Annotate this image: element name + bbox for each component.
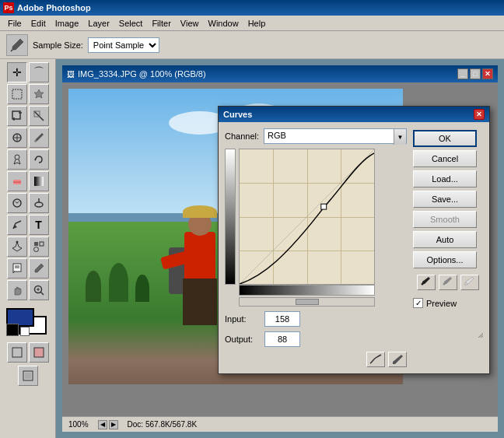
- path-selection-tool[interactable]: [7, 215, 27, 235]
- channel-label: Channel:: [225, 131, 259, 141]
- menu-help[interactable]: Help: [243, 18, 271, 29]
- doc-status-bar: 100% ◀ ▶ Doc: 567.8K/567.8K: [62, 416, 498, 432]
- black-point-eyedropper[interactable]: [417, 275, 436, 290]
- curve-x-gradient: [239, 285, 375, 296]
- options-button[interactable]: Options...: [413, 251, 477, 268]
- doc-content: Curves ✕ Channel: RGB ▼: [62, 82, 498, 416]
- output-value-field[interactable]: [264, 331, 300, 347]
- rectangular-marquee-tool[interactable]: [7, 84, 27, 104]
- resize-handle[interactable]: [413, 327, 483, 338]
- healing-brush-tool[interactable]: [7, 128, 27, 148]
- screen-mode-btn[interactable]: [18, 366, 38, 386]
- gray-point-eyedropper[interactable]: [439, 275, 457, 290]
- zoom-level: 100%: [68, 420, 89, 429]
- status-nav: ◀ ▶: [98, 420, 118, 429]
- eyedropper-tool[interactable]: [29, 258, 49, 279]
- svg-rect-1: [12, 89, 22, 99]
- save-button[interactable]: Save...: [413, 191, 477, 208]
- ok-button[interactable]: OK: [413, 130, 477, 147]
- tool-row-2: [7, 84, 49, 104]
- input-value-field[interactable]: [264, 311, 300, 327]
- curves-right-panel: OK Cancel Load... Save... Smooth Auto Op…: [413, 128, 483, 367]
- svg-rect-35: [321, 204, 327, 209]
- tool-row-4: [7, 128, 49, 148]
- curve-svg: [240, 149, 374, 284]
- move-tool[interactable]: ✛: [7, 62, 27, 82]
- white-point-eyedropper[interactable]: [460, 275, 479, 290]
- pen-tool[interactable]: [7, 237, 27, 257]
- menu-view[interactable]: View: [176, 18, 204, 29]
- quick-mask-row: [7, 342, 49, 363]
- doc-maximize-btn[interactable]: □: [470, 68, 481, 79]
- switch-colors-icon[interactable]: [20, 327, 30, 336]
- curve-canvas-wrap: [225, 149, 407, 285]
- menu-filter[interactable]: Filter: [147, 18, 175, 29]
- cancel-button[interactable]: Cancel: [413, 150, 477, 167]
- slice-tool[interactable]: [29, 106, 49, 126]
- curves-body: Channel: RGB ▼: [219, 122, 489, 373]
- preview-checkbox[interactable]: ✓: [413, 298, 423, 308]
- tool-row-1: ✛ ⌒: [7, 62, 49, 82]
- crop-tool[interactable]: [7, 106, 27, 126]
- next-page-btn[interactable]: ▶: [109, 420, 118, 429]
- auto-button[interactable]: Auto: [413, 231, 477, 248]
- color-swatches[interactable]: [6, 308, 50, 336]
- curves-title: Curves: [223, 110, 252, 119]
- curves-title-bar: Curves ✕: [219, 107, 489, 122]
- svg-line-0: [11, 50, 12, 51]
- eyedropper-tool-icon: [6, 34, 28, 56]
- standard-mode-btn[interactable]: [7, 342, 27, 363]
- blur-tool[interactable]: [7, 193, 27, 213]
- magic-wand-tool[interactable]: [29, 84, 49, 104]
- pencil-curve-btn[interactable]: [388, 352, 407, 367]
- smooth-button[interactable]: Smooth: [413, 211, 477, 228]
- draw-curve-btn[interactable]: [366, 352, 385, 367]
- preview-label: Preview: [426, 299, 457, 308]
- zoom-tool[interactable]: [29, 280, 49, 300]
- curve-canvas[interactable]: [239, 149, 375, 285]
- curve-scroll[interactable]: [239, 297, 375, 307]
- sample-size-label: Sample Size:: [33, 40, 83, 50]
- doc-title: IMG_3334.JPG @ 100% (RGB/8): [78, 69, 206, 79]
- dodge-tool[interactable]: [29, 193, 49, 213]
- svg-point-19: [16, 241, 18, 244]
- eraser-tool[interactable]: [7, 171, 27, 191]
- menu-file[interactable]: File: [3, 18, 26, 29]
- default-colors-icon[interactable]: [6, 324, 19, 336]
- curves-close-btn[interactable]: ✕: [474, 109, 485, 120]
- lasso-tool[interactable]: ⌒: [29, 62, 49, 82]
- input-row: Input:: [225, 311, 407, 327]
- screen-mode-row: [18, 366, 38, 386]
- menu-layer[interactable]: Layer: [83, 18, 114, 29]
- doc-minimize-btn[interactable]: _: [457, 68, 468, 79]
- menu-edit[interactable]: Edit: [26, 18, 51, 29]
- doc-window-controls: _ □ ✕: [457, 68, 493, 79]
- menu-select[interactable]: Select: [114, 18, 148, 29]
- app-title-bar: Ps Adobe Photoshop: [0, 0, 504, 16]
- options-bar: Sample Size: Point Sample: [0, 31, 504, 59]
- curves-left-panel: Channel: RGB ▼: [225, 128, 407, 367]
- doc-title-bar: 🖼 IMG_3334.JPG @ 100% (RGB/8) _ □ ✕: [62, 65, 498, 82]
- hand-tool[interactable]: [7, 280, 27, 300]
- eyedropper-row: [413, 275, 483, 290]
- prev-page-btn[interactable]: ◀: [98, 420, 107, 429]
- menu-image[interactable]: Image: [51, 18, 84, 29]
- type-tool[interactable]: T: [29, 215, 49, 235]
- menu-window[interactable]: Window: [204, 18, 243, 29]
- clone-stamp-tool[interactable]: [7, 149, 27, 170]
- quick-mask-btn[interactable]: [29, 342, 49, 363]
- history-brush-tool[interactable]: [29, 149, 49, 170]
- sample-size-select[interactable]: Point Sample: [88, 37, 159, 53]
- brush-tool[interactable]: [29, 128, 49, 148]
- notes-tool[interactable]: [7, 258, 27, 279]
- doc-close-btn[interactable]: ✕: [482, 68, 493, 79]
- load-button[interactable]: Load...: [413, 170, 477, 187]
- curve-icons: [225, 352, 407, 367]
- channel-dropdown-arrow[interactable]: ▼: [394, 129, 406, 145]
- gradient-tool[interactable]: [29, 171, 49, 191]
- scroll-thumb[interactable]: [296, 299, 319, 305]
- tool-row-8: T: [7, 215, 49, 235]
- tool-row-9: [7, 237, 49, 257]
- tool-row-6: [7, 171, 49, 191]
- shape-tool[interactable]: [29, 237, 49, 257]
